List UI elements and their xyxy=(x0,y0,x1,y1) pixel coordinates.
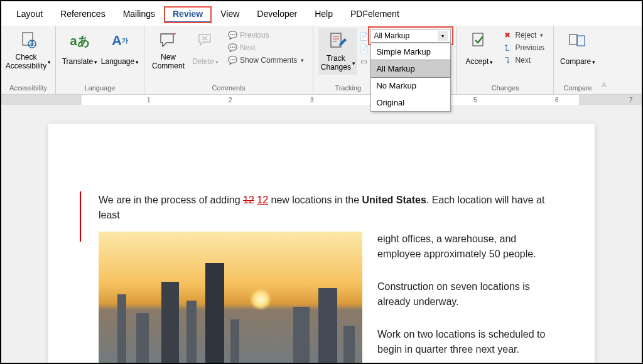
language-button[interactable]: A가 Language▾ xyxy=(101,27,139,73)
image-building xyxy=(117,294,126,363)
track-changes-label: Track Changes xyxy=(321,55,351,72)
changes-next-button[interactable]: ⮧ Next xyxy=(499,55,548,66)
compare-button[interactable]: Compare▾ xyxy=(559,27,597,73)
document-page[interactable]: We are in the process of adding 12 12 ne… xyxy=(48,124,595,363)
delete-comment-button[interactable]: Delete▾ xyxy=(190,27,221,73)
markup-view-combo[interactable]: All Markup ▾ xyxy=(370,29,451,43)
paragraph-3: Work on two locations is scheduled to be… xyxy=(377,327,557,357)
paragraph-1: We are in the process of adding 12 12 ne… xyxy=(99,193,557,223)
tab-developer[interactable]: Developer xyxy=(248,6,306,23)
image-building xyxy=(318,288,337,363)
track-changes-icon xyxy=(328,31,347,53)
accept-icon xyxy=(470,29,488,52)
group-compare-label: Compare xyxy=(563,83,592,94)
markup-view-dropdown: Simple Markup All Markup No Markup Origi… xyxy=(370,43,451,112)
translate-label: Translate xyxy=(62,58,94,67)
translate-button[interactable]: aあ Translate▾ xyxy=(61,27,99,73)
text-lead: We are in the process of adding xyxy=(99,195,243,205)
chevron-down-icon: ▾ xyxy=(438,31,448,41)
markup-option-none[interactable]: No Markup xyxy=(371,77,450,94)
reject-icon: ✖ xyxy=(502,31,512,40)
tab-pdfelement[interactable]: PDFelement xyxy=(342,6,408,23)
new-comment-label: New Comment xyxy=(152,53,185,71)
chevron-down-icon: ▾ xyxy=(94,59,97,65)
group-language-label: Language xyxy=(85,83,116,94)
group-tracking-label: Tracking xyxy=(335,83,361,94)
image-building xyxy=(230,319,239,363)
chevron-down-icon: ▾ xyxy=(48,59,51,65)
new-comment-icon: * xyxy=(159,29,178,52)
show-comments-button[interactable]: 💬 Show Comments ▾ xyxy=(224,55,308,66)
group-changes-label: Changes xyxy=(492,83,519,94)
chevron-down-icon: ▾ xyxy=(490,59,493,65)
show-comments-icon: 💬 xyxy=(227,56,237,65)
inline-image-cityscape[interactable] xyxy=(99,232,362,363)
image-sun xyxy=(249,288,272,311)
compare-label: Compare xyxy=(560,58,591,67)
markup-option-original[interactable]: Original xyxy=(371,94,450,111)
track-changes-button[interactable]: Track Changes▾ xyxy=(318,28,357,75)
accept-label: Accept xyxy=(466,58,489,67)
tab-references[interactable]: References xyxy=(51,6,114,23)
markup-option-simple[interactable]: Simple Markup xyxy=(371,43,450,60)
tab-view[interactable]: View xyxy=(212,6,248,23)
chevron-down-icon: ▾ xyxy=(136,59,139,65)
delete-comment-icon xyxy=(197,29,213,52)
tab-help[interactable]: Help xyxy=(306,6,342,23)
ruler-mark: 2 xyxy=(229,97,232,104)
svg-rect-6 xyxy=(570,35,577,45)
group-accessibility: Check Accessibility▾ Accessibility xyxy=(1,26,56,94)
next-comment-label: Next xyxy=(240,43,256,52)
new-comment-button[interactable]: * New Comment xyxy=(149,27,187,73)
svg-rect-5 xyxy=(473,33,483,46)
group-accessibility-label: Accessibility xyxy=(9,83,47,94)
svg-text:*: * xyxy=(173,32,176,39)
accessibility-icon xyxy=(19,29,37,52)
next-comment-button[interactable]: 💬 Next xyxy=(224,42,308,53)
group-comments: * New Comment Delete▾ 💬 Previous 💬 Next xyxy=(144,26,313,94)
image-building xyxy=(293,307,310,363)
chevron-down-icon: ▾ xyxy=(301,57,304,63)
ribbon: Check Accessibility▾ Accessibility aあ Tr… xyxy=(1,26,642,95)
revision-bar xyxy=(80,191,81,242)
accept-button[interactable]: Accept▾ xyxy=(462,27,496,73)
group-compare: Compare▾ Compare xyxy=(554,26,602,94)
previous-comment-label: Previous xyxy=(240,31,269,40)
ruler-mark: 5 xyxy=(473,97,477,104)
group-comments-label: Comments xyxy=(212,83,246,94)
check-accessibility-button[interactable]: Check Accessibility▾ xyxy=(6,27,50,73)
svg-point-2 xyxy=(31,41,33,43)
chevron-down-icon: ▾ xyxy=(352,60,355,67)
changes-previous-button[interactable]: ⮤ Previous xyxy=(499,42,548,53)
tracking-option-1[interactable]: 📄 xyxy=(359,31,369,42)
reject-button[interactable]: ✖ Reject ▾ xyxy=(499,29,548,41)
next-change-icon: ⮧ xyxy=(502,56,512,65)
tracking-option-2[interactable]: 📄 xyxy=(359,43,369,55)
language-label: Language xyxy=(101,58,134,67)
previous-change-icon: ⮤ xyxy=(502,43,512,52)
text-bold-country: United States xyxy=(362,195,426,205)
changes-previous-label: Previous xyxy=(515,43,544,52)
image-building xyxy=(343,326,355,363)
ruler-mark: 3 xyxy=(310,97,314,104)
svg-rect-7 xyxy=(577,36,585,46)
tab-layout[interactable]: Layout xyxy=(8,6,51,23)
tab-review[interactable]: Review xyxy=(164,6,212,23)
tab-mailings[interactable]: Mailings xyxy=(114,6,164,23)
ruler-mark: 6 xyxy=(555,97,559,104)
compare-icon xyxy=(568,29,587,52)
tracking-option-3[interactable]: ▭ xyxy=(359,56,369,67)
translate-icon: aあ xyxy=(70,29,89,52)
text-after-num: new locations in the xyxy=(268,195,362,205)
reject-label: Reject xyxy=(515,31,536,40)
ruler-mark: 1 xyxy=(147,97,151,104)
previous-comment-button[interactable]: 💬 Previous xyxy=(224,29,308,41)
image-building xyxy=(161,282,179,363)
document-viewport[interactable]: We are in the process of adding 12 12 ne… xyxy=(1,105,642,363)
group-language: aあ Translate▾ A가 Language▾ Language xyxy=(56,26,144,94)
delete-comment-label: Delete xyxy=(192,58,214,67)
chevron-down-icon: ▾ xyxy=(592,59,595,65)
group-tracking: Track Changes▾ 📄 📄 ▭ All Markup ▾ Simple… xyxy=(313,26,457,94)
group-changes: Accept▾ ✖ Reject ▾ ⮤ Previous ⮧ Next Cha… xyxy=(457,26,554,94)
markup-option-all[interactable]: All Markup xyxy=(371,60,450,77)
